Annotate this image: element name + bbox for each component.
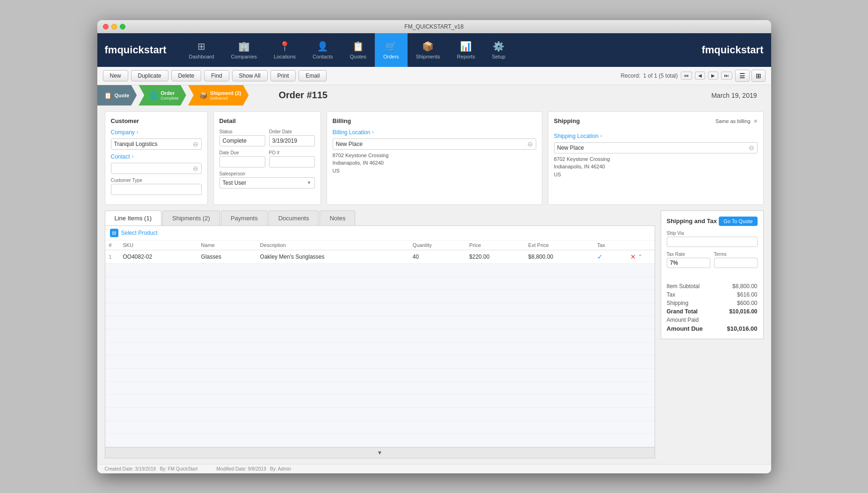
orders-icon: 🛒 [385,41,397,52]
tab-documents[interactable]: Documents [269,210,319,225]
maximize-button[interactable] [120,24,125,29]
last-record-button[interactable]: ⏭ [721,72,732,80]
terms-label: Terms [714,252,758,257]
nav-item-contacts[interactable]: 👤 Contacts [304,33,341,67]
next-record-button[interactable]: ▶ [708,72,718,80]
status-input[interactable]: Complete [219,135,265,146]
terms-input[interactable] [714,258,758,268]
minimize-button[interactable] [111,24,117,29]
product-icon: ▤ [110,229,118,237]
order-date-input[interactable]: 3/19/2019 [269,135,315,146]
salesperson-field-row: Salesperson Test User ▼ [219,171,315,188]
billing-section-title: Billing [333,117,536,124]
setup-icon: ⚙️ [493,41,504,52]
empty-row [105,381,655,394]
nav-label-reports: Reports [457,54,475,59]
nav-item-dashboard[interactable]: ⊞ Dashboard [181,33,223,67]
shipping-location-link[interactable]: Shipping Location › [554,133,758,139]
step-quote[interactable]: 📋 Quote [97,85,137,106]
date-due-label: Date Due [219,150,265,155]
grid-view-button[interactable]: ⊞ [751,70,766,82]
company-minus-icon[interactable]: ⊖ [193,140,198,148]
contact-link[interactable]: Contact › [111,153,202,160]
go-to-quote-button[interactable]: Go To Quote [719,217,757,226]
scroll-down-button[interactable]: ▼ [105,447,655,458]
empty-row [105,420,655,434]
prev-record-button[interactable]: ◀ [695,72,705,80]
table-row[interactable]: 1 OO4082-02 Glasses Oakley Men's Sunglas… [105,250,655,263]
billing-location-link[interactable]: Billing Location › [333,129,536,136]
first-record-button[interactable]: ⏮ [681,72,692,80]
line-items-table-container: ▤ Select Product # SKU Name Description … [105,225,655,458]
contact-minus-icon[interactable]: ⊖ [193,165,198,172]
col-tax: Tax [593,240,626,250]
reorder-row-icon[interactable]: ⌃ [638,254,642,260]
shipping-address-line2: Indianapolis, IN 46240 [554,163,758,171]
list-view-button[interactable]: ☰ [735,70,750,82]
detail-row2: Date Due PO # [219,150,315,171]
contact-input[interactable]: ⊖ [111,163,202,174]
col-actions [627,240,655,250]
order-date-label: Order Date [269,129,315,134]
ship-via-input[interactable] [667,237,758,247]
po-input[interactable] [269,156,315,167]
close-button[interactable] [103,24,109,29]
detail-section-title: Detail [219,117,315,124]
step-complete[interactable]: 🌐 Order Complete [139,85,186,106]
select-product-button[interactable]: ▤ Select Product [110,229,158,237]
delete-button[interactable]: Delete [171,70,202,81]
nav-item-shipments[interactable]: 📦 Shipments [408,33,449,67]
billing-location-input[interactable]: New Place ⊖ [333,138,536,150]
company-link[interactable]: Company › [111,129,202,136]
table-header-row: # SKU Name Description Quantity Price Ex… [105,240,655,250]
company-input[interactable]: Tranquil Logistics ⊖ [111,138,202,150]
shipping-location-input[interactable]: New Place ⊖ [554,142,758,153]
nav-item-orders[interactable]: 🛒 Orders [375,33,408,67]
empty-row [105,276,655,290]
duplicate-button[interactable]: Duplicate [131,70,168,81]
ship-via-label: Ship Via [667,231,758,236]
shipping-address-line1: 8702 Keystone Crossing [554,155,758,163]
tab-payments[interactable]: Payments [221,210,268,225]
empty-row [105,316,655,329]
row-tax: ✓ [593,250,626,263]
modified-label: Modified Date: [217,466,247,471]
nav-item-setup[interactable]: ⚙️ Setup [483,33,514,67]
tab-notes[interactable]: Notes [320,210,355,225]
print-button[interactable]: Print [270,70,296,81]
footer-created: Created Date: 3/19/2019 By: FM QuickStar… [105,466,198,471]
record-nav: Record: 1 of 1 (5 total) ⏮ ◀ ▶ ⏭ [620,72,732,80]
chevron-down-icon: ▼ [377,450,383,456]
traffic-lights [103,24,125,29]
empty-row [105,394,655,407]
status-label: Status [219,129,265,134]
step-delivered[interactable]: 📦 Shipment (2) Delivered [188,85,249,106]
empty-row [105,342,655,355]
date-due-input[interactable] [219,156,265,167]
tax-rate-input[interactable] [667,258,710,268]
nav-item-locations[interactable]: 📍 Locations [265,33,304,67]
empty-row [105,290,655,303]
tab-shipments[interactable]: Shipments (2) [162,210,220,225]
show-all-button[interactable]: Show All [232,70,268,81]
same-as-billing-close-icon[interactable]: ✕ [753,118,758,124]
nav-item-quotes[interactable]: 📋 Quotes [342,33,375,67]
empty-row [105,407,655,420]
modified-by: Admin [278,466,291,471]
amount-due-value: $10,016.00 [727,325,757,332]
salesperson-input[interactable]: Test User ▼ [219,177,315,188]
shipping-location-minus-icon[interactable]: ⊖ [749,144,754,152]
billing-location-minus-icon[interactable]: ⊖ [527,140,533,148]
view-buttons: ☰ ⊞ [735,70,766,82]
nav-item-companies[interactable]: 🏢 Companies [222,33,265,67]
record-label: Record: [620,72,640,79]
nav-item-reports[interactable]: 📊 Reports [449,33,484,67]
email-button[interactable]: Email [299,70,327,81]
company-value: Tranquil Logistics [114,141,191,147]
customer-type-field-row: Customer Type [111,178,202,195]
delete-row-icon[interactable]: ✕ [630,253,636,261]
tab-line-items[interactable]: Line Items (1) [105,210,161,225]
customer-type-input[interactable] [111,184,202,195]
new-button[interactable]: New [103,70,128,81]
find-button[interactable]: Find [204,70,229,81]
